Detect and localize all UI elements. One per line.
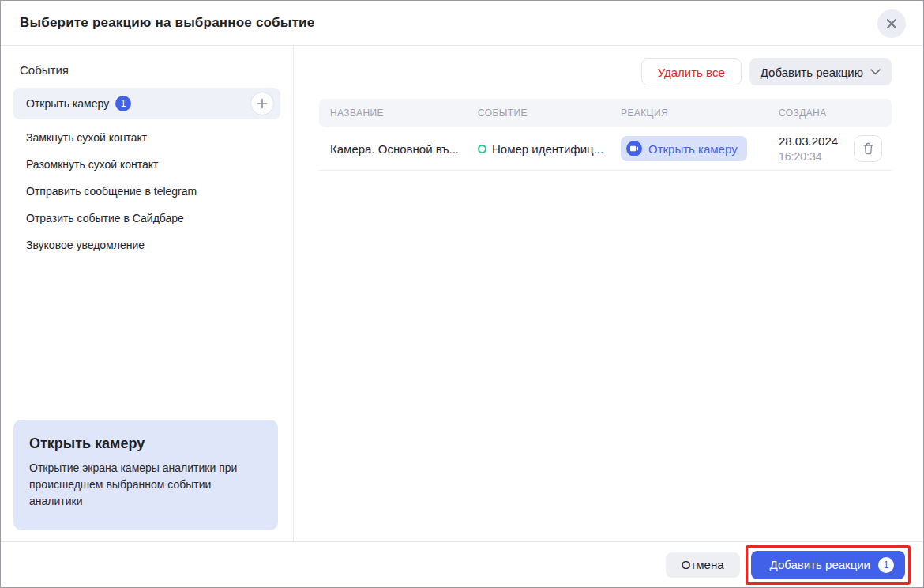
event-name-text: Номер идентифиц...	[492, 142, 603, 156]
event-label: Замкнуть сухой контакт	[26, 131, 147, 144]
add-reaction-dropdown[interactable]: Добавить реакцию	[749, 58, 892, 85]
event-count-badge: 1	[115, 96, 131, 111]
column-header-name: НАЗВАНИЕ	[330, 107, 478, 119]
cancel-button[interactable]: Отмена	[666, 552, 740, 578]
created-timestamp: 28.03.2024 16:20:34	[779, 134, 838, 164]
reaction-dialog: Выберите реакцию на выбранное событие Со…	[0, 0, 924, 588]
reaction-event-cell: Номер идентифиц...	[478, 142, 621, 156]
events-heading: События	[1, 57, 293, 88]
camera-icon	[626, 141, 642, 156]
column-header-event: СОБЫТИЕ	[478, 107, 621, 119]
sidebar-item-sidebar-event[interactable]: Отразить событие в Сайдбаре	[1, 205, 293, 232]
event-label: Открыть камеру	[26, 97, 109, 110]
reactions-panel: Удалить все Добавить реакцию НАЗВАНИЕ СО…	[294, 46, 923, 541]
delete-row-button[interactable]	[854, 135, 882, 162]
created-time: 16:20:34	[779, 149, 838, 164]
reaction-badge-label: Открыть камеру	[648, 142, 738, 156]
sidebar-item-open-dry-contact[interactable]: Разомкнуть сухой контакт	[1, 151, 293, 178]
column-header-reaction: РЕАКЦИЯ	[621, 107, 779, 119]
submit-label: Добавить реакции	[770, 558, 870, 571]
reaction-badge[interactable]: Открыть камеру	[621, 136, 747, 161]
table-header-row: НАЗВАНИЕ СОБЫТИЕ РЕАКЦИЯ СОЗДАНА	[319, 99, 892, 127]
reaction-cell: Открыть камеру	[621, 136, 779, 161]
event-label: Отразить событие в Сайдбаре	[26, 212, 184, 224]
event-info-card: Открыть камеру Открытие экрана камеры ан…	[13, 420, 278, 530]
red-highlight-annotation: Добавить реакции 1	[746, 545, 911, 585]
sidebar-item-sound-notification[interactable]: Звуковое уведомление	[1, 232, 293, 258]
created-date: 28.03.2024	[779, 134, 838, 149]
table-row: Камера. Основной въ... Номер идентифиц..…	[319, 127, 892, 171]
trash-icon	[862, 142, 874, 155]
info-card-description: Открытие экрана камеры аналитики при про…	[29, 460, 258, 510]
submit-count-badge: 1	[878, 557, 894, 573]
dialog-header: Выберите реакцию на выбранное событие	[1, 1, 923, 46]
close-button[interactable]	[877, 9, 906, 38]
add-reaction-label: Добавить реакцию	[761, 66, 863, 79]
sidebar-item-open-camera[interactable]: Открыть камеру 1	[13, 88, 280, 119]
dialog-body: События Открыть камеру 1 Замкнуть сухой …	[1, 46, 923, 541]
plus-icon	[257, 98, 268, 109]
reaction-name-cell: Камера. Основной въ...	[330, 142, 478, 156]
chevron-down-icon	[870, 69, 881, 75]
status-ring-icon	[478, 145, 486, 153]
created-cell: 28.03.2024 16:20:34	[779, 134, 884, 164]
info-card-title: Открыть камеру	[29, 435, 262, 452]
add-reactions-submit-button[interactable]: Добавить реакции 1	[751, 551, 905, 579]
delete-all-button[interactable]: Удалить все	[641, 58, 742, 85]
event-label: Отправить сообщение в telegram	[26, 185, 197, 198]
dialog-title: Выберите реакцию на выбранное событие	[20, 15, 314, 31]
reactions-toolbar: Удалить все Добавить реакцию	[319, 58, 892, 85]
reactions-table: НАЗВАНИЕ СОБЫТИЕ РЕАКЦИЯ СОЗДАНА Камера.…	[319, 99, 892, 171]
dialog-footer: Отмена Добавить реакции 1	[1, 541, 923, 587]
column-header-created: СОЗДАНА	[779, 107, 884, 119]
events-sidebar: События Открыть камеру 1 Замкнуть сухой …	[1, 46, 294, 541]
event-label: Разомкнуть сухой контакт	[26, 158, 159, 171]
add-event-button[interactable]	[250, 92, 274, 115]
event-label: Звуковое уведомление	[26, 239, 145, 251]
close-icon	[886, 18, 897, 29]
sidebar-item-close-dry-contact[interactable]: Замкнуть сухой контакт	[1, 124, 293, 151]
sidebar-item-telegram-message[interactable]: Отправить сообщение в telegram	[1, 178, 293, 205]
